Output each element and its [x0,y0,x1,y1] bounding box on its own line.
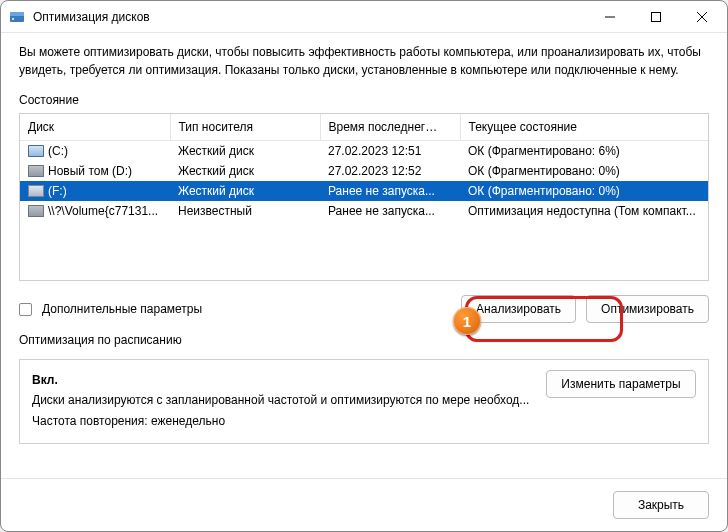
disk-last-cell: Ранее не запуска... [320,201,460,221]
table-row[interactable]: Новый том (D:)Жесткий диск27.02.2023 12:… [20,161,708,181]
disk-type-cell: Жесткий диск [170,181,320,201]
col-state[interactable]: Текущее состояние [460,114,708,141]
disk-state-cell: ОК (Фрагментировано: 0%) [460,181,708,201]
close-dialog-button[interactable]: Закрыть [613,491,709,519]
svg-rect-4 [652,12,661,21]
close-button[interactable] [679,1,725,33]
dialog-footer: Закрыть [1,478,727,531]
disk-name-cell: Новый том (D:) [20,161,170,181]
advanced-params-checkbox[interactable] [19,303,32,316]
disk-name-cell: \\?\Volume{c77131... [20,201,170,221]
drive-icon [28,145,44,157]
disk-state-cell: Оптимизация недоступна (Том компакт... [460,201,708,221]
svg-rect-1 [10,12,24,16]
status-section-label: Состояние [19,93,709,107]
disk-state-cell: ОК (Фрагментировано: 0%) [460,161,708,181]
minimize-button[interactable] [587,1,633,33]
table-row[interactable]: \\?\Volume{c77131...НеизвестныйРанее не … [20,201,708,221]
col-type[interactable]: Тип носителя [170,114,320,141]
disk-state-cell: ОК (Фрагментировано: 6%) [460,141,708,162]
col-disk[interactable]: Диск [20,114,170,141]
disk-name-cell: (C:) [20,141,170,162]
schedule-frequency-value: еженедельно [151,414,225,428]
disk-type-cell: Неизвестный [170,201,320,221]
drive-icon [28,185,44,197]
schedule-frequency-label: Частота повторения: [32,414,148,428]
disk-list-panel: Диск Тип носителя Время последнег… Текущ… [19,113,709,281]
drive-icon [28,165,44,177]
svg-point-2 [12,18,14,20]
disk-last-cell: Ранее не запуска... [320,181,460,201]
optimize-button[interactable]: Оптимизировать [586,295,709,323]
drive-icon [28,205,44,217]
disk-type-cell: Жесткий диск [170,141,320,162]
disk-table[interactable]: Диск Тип носителя Время последнег… Текущ… [20,114,708,221]
disk-name-cell: (F:) [20,181,170,201]
advanced-params-label: Дополнительные параметры [42,302,202,316]
table-row[interactable]: (C:)Жесткий диск27.02.2023 12:51ОК (Фраг… [20,141,708,162]
disk-last-cell: 27.02.2023 12:52 [320,161,460,181]
maximize-button[interactable] [633,1,679,33]
schedule-description: Диски анализируются с запланированной ча… [32,390,536,410]
intro-text: Вы можете оптимизировать диски, чтобы по… [19,43,709,79]
analyze-button[interactable]: Анализировать [461,295,576,323]
app-icon [9,9,25,25]
titlebar: Оптимизация дисков [1,1,727,33]
schedule-panel: Вкл. Диски анализируются с запланированн… [19,359,709,444]
disk-last-cell: 27.02.2023 12:51 [320,141,460,162]
schedule-status: Вкл. [32,370,536,390]
schedule-section-label: Оптимизация по расписанию [19,333,709,347]
optimize-drives-window: Оптимизация дисков Вы можете оптимизиров… [0,0,728,532]
table-row[interactable]: (F:)Жесткий дискРанее не запуска...ОК (Ф… [20,181,708,201]
disk-table-header[interactable]: Диск Тип носителя Время последнег… Текущ… [20,114,708,141]
schedule-frequency: Частота повторения: еженедельно [32,411,536,431]
disk-type-cell: Жесткий диск [170,161,320,181]
change-schedule-button[interactable]: Изменить параметры [546,370,696,398]
window-title: Оптимизация дисков [33,10,150,24]
col-last[interactable]: Время последнег… [320,114,460,141]
